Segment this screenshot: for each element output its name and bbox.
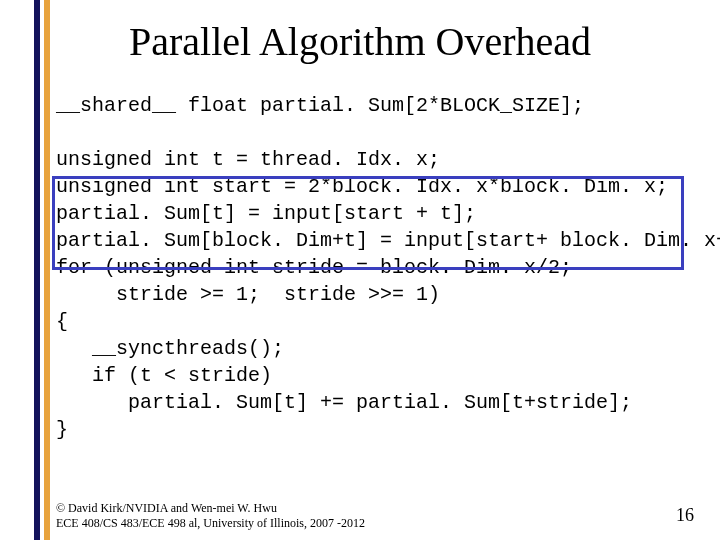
code-line: for (unsigned int stride = block. Dim. x… [56,256,572,279]
code-line: partial. Sum[t] = input[start + t]; [56,202,476,225]
code-line: __shared__ float partial. Sum[2*BLOCK_SI… [56,94,584,117]
code-line: unsigned int start = 2*block. Idx. x*blo… [56,175,668,198]
code-line: partial. Sum[block. Dim+t] = input[start… [56,229,720,252]
copyright-footer: © David Kirk/NVIDIA and Wen-mei W. Hwu E… [56,501,365,530]
code-line: partial. Sum[t] += partial. Sum[t+stride… [56,391,632,414]
footer-line: ECE 408/CS 483/ECE 498 al, University of… [56,516,365,530]
code-line: { [56,310,68,333]
left-stripe-navy [34,0,40,540]
code-block: __shared__ float partial. Sum[2*BLOCK_SI… [56,92,700,443]
code-line: stride >= 1; stride >>= 1) [56,283,440,306]
page-number: 16 [676,505,694,526]
slide-title: Parallel Algorithm Overhead [0,18,720,65]
code-line: if (t < stride) [56,364,272,387]
left-stripe-gold [44,0,50,540]
code-line: unsigned int t = thread. Idx. x; [56,148,440,171]
footer-line: © David Kirk/NVIDIA and Wen-mei W. Hwu [56,501,365,515]
code-line: __syncthreads(); [56,337,284,360]
code-line: } [56,418,68,441]
